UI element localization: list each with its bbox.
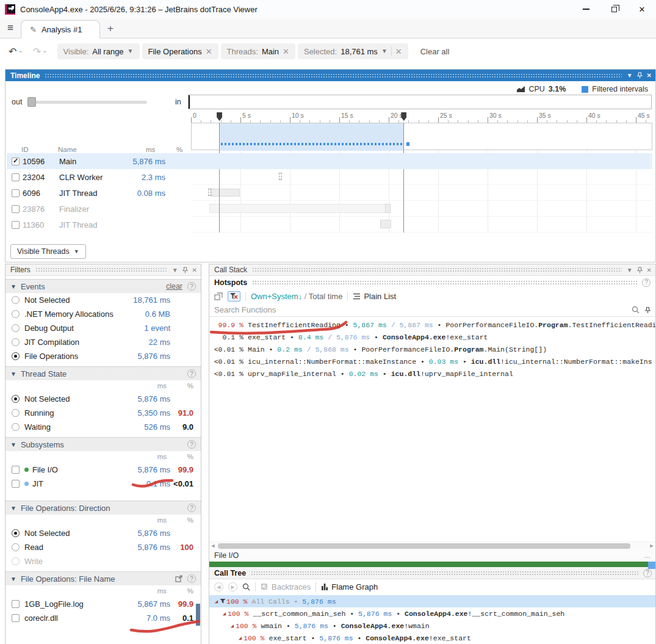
selection-end-handle[interactable] — [401, 112, 406, 121]
maximize-button[interactable] — [600, 0, 628, 18]
calltree-row[interactable]: ◢100 %All Calls • 5,876 ms — [209, 595, 655, 607]
selection-start-handle[interactable] — [217, 112, 222, 121]
scrollbar-thumb[interactable] — [218, 543, 630, 549]
backtraces-button[interactable]: Backtraces — [261, 582, 311, 592]
horizontal-scrollbar[interactable]: ◄ ► — [209, 541, 655, 549]
main-menu-button[interactable]: ≡ — [0, 18, 21, 38]
calltree-row[interactable]: ◢100 %exe_start • 5,876 ms • ConsoleApp4… — [209, 632, 655, 644]
clear-link[interactable]: clear — [166, 282, 182, 291]
panel-close-icon[interactable]: ✕ — [647, 267, 652, 273]
time-ruler[interactable]: 05 s10 s15 s20 s25 s30 s35 s40 s45 s — [191, 112, 652, 123]
export-icon[interactable] — [175, 575, 182, 582]
zoom-slider-track[interactable] — [27, 101, 147, 104]
thread-row[interactable]: 11360JIT Thread — [7, 217, 650, 233]
thread-row[interactable]: 23204CLR Worker2.3 ms — [7, 169, 650, 185]
close-button[interactable]: ✕ — [628, 0, 656, 18]
radio-button[interactable] — [12, 395, 20, 403]
sort-mode-toggle[interactable]: Own+System↓ / Total time — [251, 292, 342, 301]
thread-row[interactable]: 10596Main5,876 ms — [7, 153, 650, 169]
thread-row[interactable]: 6096JIT Thread0.08 ms — [7, 185, 650, 201]
filters-scrollbar-thumb[interactable] — [196, 604, 200, 626]
hotspot-row[interactable]: <0.01 %icu_internal::NumberFormat::makeI… — [209, 355, 655, 367]
panel-close-icon[interactable]: ✕ — [192, 267, 197, 273]
help-icon[interactable]: ? — [187, 440, 196, 449]
filter-section-header-5[interactable]: ▼File Operations: File Name? — [5, 571, 201, 585]
redo-button[interactable]: ↷⌄ — [33, 46, 48, 57]
panel-dropdown-icon[interactable]: ▼ — [627, 267, 633, 273]
filter-row[interactable]: File Operations5,876 ms — [5, 349, 201, 363]
help-icon[interactable]: ? — [642, 278, 651, 287]
undo-button[interactable]: ↶⌄ — [9, 46, 23, 57]
thread-checkbox[interactable] — [12, 205, 20, 213]
zoom-range-box[interactable] — [188, 95, 652, 109]
radio-button[interactable] — [12, 529, 20, 537]
checkbox[interactable] — [12, 600, 20, 608]
filter-chip-3[interactable]: Threads:Main✕ — [221, 43, 295, 59]
pin-icon[interactable] — [637, 267, 643, 273]
flame-graph-button[interactable]: Flame Graph — [321, 582, 378, 592]
chevron-down-icon[interactable]: ▼ — [381, 48, 387, 54]
radio-button[interactable] — [12, 543, 20, 551]
hotspot-row[interactable]: 0.1 %exe_start • 8.4 ms / 5,876 ms • Con… — [209, 331, 655, 343]
expander-open-icon[interactable]: ◢ — [237, 635, 243, 642]
navigate-forward-button[interactable]: ► — [228, 582, 237, 592]
filter-row[interactable]: JIT Compilation22 ms — [5, 335, 201, 349]
more-icon[interactable]: ... — [644, 551, 651, 560]
filter-row[interactable]: JIT0.1 ms<0.01 — [5, 477, 201, 491]
sort-total-time[interactable]: Total time — [309, 292, 343, 301]
filter-row[interactable]: Write — [5, 554, 201, 568]
clear-all-button[interactable]: Clear all — [420, 47, 450, 56]
remove-filter-button[interactable] — [228, 291, 240, 302]
checkbox[interactable] — [12, 480, 20, 488]
zoom-slider-thumb[interactable] — [27, 97, 36, 107]
hotspot-row[interactable]: 99.9 %TestInefficientReading • 5,867 ms … — [209, 319, 655, 331]
panel-close-icon[interactable]: ✕ — [647, 72, 652, 79]
calltree-row[interactable]: ◢100 %wmain • 5,876 ms • ConsoleApp4.exe… — [209, 620, 655, 632]
filter-row[interactable]: 1GB_LogFile.log5,867 ms99.9 — [5, 597, 201, 611]
tab-analysis-1[interactable]: ✎ Analysis #1 — [21, 20, 100, 38]
expander-open-icon[interactable]: ◢ — [213, 598, 220, 605]
chip-close-icon[interactable]: ✕ — [206, 47, 212, 56]
filter-row[interactable]: coreclr.dll7.0 ms0.1 — [5, 611, 201, 625]
calltree-row[interactable]: ◢100 %__scrt_common_main_seh • 5,876 ms … — [209, 607, 655, 620]
thread-checkbox[interactable] — [12, 157, 20, 165]
filter-row[interactable]: Not Selected5,876 ms — [5, 392, 201, 406]
hotspot-row[interactable]: <0.01 %Main • 0.2 ms / 5,868 ms • PoorPe… — [209, 343, 655, 355]
navigate-back-button[interactable]: ◄ — [214, 582, 223, 592]
chip-close-icon[interactable]: ✕ — [395, 47, 402, 56]
filter-section-header-4[interactable]: ▼File Operations: Direction? — [5, 501, 201, 515]
sort-own-system[interactable]: Own+System↓ — [251, 292, 302, 301]
help-icon[interactable]: ? — [187, 504, 196, 512]
help-icon[interactable]: ? — [187, 574, 196, 583]
checkbox[interactable] — [12, 614, 20, 622]
radio-button[interactable] — [12, 296, 20, 304]
filter-row[interactable]: File I/O5,876 ms99.9 — [5, 463, 201, 477]
thread-checkbox[interactable] — [12, 221, 20, 229]
filter-section-header-3[interactable]: ▼Subsystems? — [5, 437, 201, 451]
thread-row[interactable]: 23876Finalizer — [7, 201, 650, 217]
minimize-button[interactable] — [572, 0, 600, 18]
help-icon[interactable]: ? — [643, 569, 652, 577]
checkbox[interactable] — [12, 466, 20, 474]
search-icon[interactable] — [242, 583, 250, 591]
radio-button[interactable] — [12, 324, 20, 332]
pin-icon[interactable] — [182, 267, 188, 273]
expander-open-icon[interactable]: ◢ — [221, 610, 228, 617]
events-track[interactable] — [191, 123, 652, 150]
add-tab-button[interactable]: + — [100, 20, 121, 38]
filter-section-header-2[interactable]: ▼Thread State? — [5, 366, 201, 380]
radio-button[interactable] — [12, 352, 20, 360]
filter-row[interactable]: Not Selected5,876 ms — [5, 526, 201, 540]
radio-button[interactable] — [12, 557, 20, 565]
filter-row[interactable]: Read5,876 ms100 — [5, 540, 201, 554]
vertical-scrollbar-thumb[interactable] — [648, 562, 655, 569]
filter-section-header-1[interactable]: ▼Eventsclear? — [5, 279, 201, 293]
help-icon[interactable]: ? — [187, 369, 196, 378]
plain-list-button[interactable]: Plain List — [353, 292, 396, 301]
pin-icon[interactable] — [637, 72, 643, 79]
thread-checkbox[interactable] — [12, 189, 20, 197]
scroll-left-icon[interactable]: ◄ — [209, 543, 217, 549]
radio-button[interactable] — [12, 338, 20, 346]
chevron-down-icon[interactable]: ▼ — [128, 48, 134, 54]
filter-row[interactable]: Not Selected18,761 ms — [5, 293, 201, 307]
